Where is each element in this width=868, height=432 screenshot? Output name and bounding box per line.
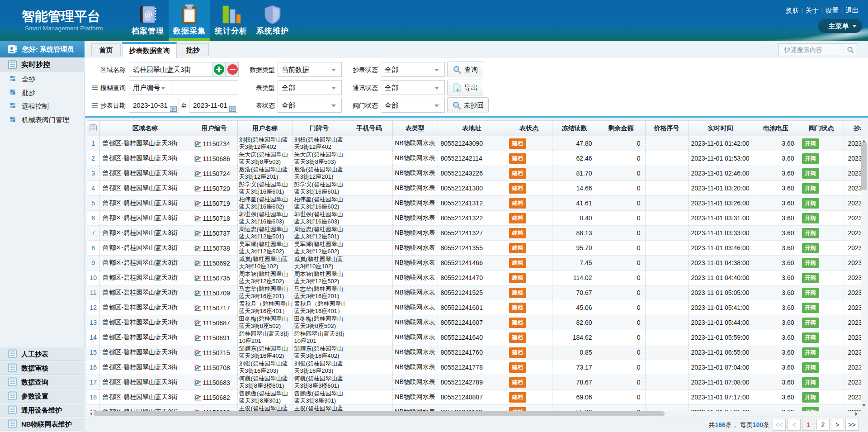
- svg-text:x: x: [456, 87, 459, 92]
- svg-text:@: @: [144, 9, 153, 20]
